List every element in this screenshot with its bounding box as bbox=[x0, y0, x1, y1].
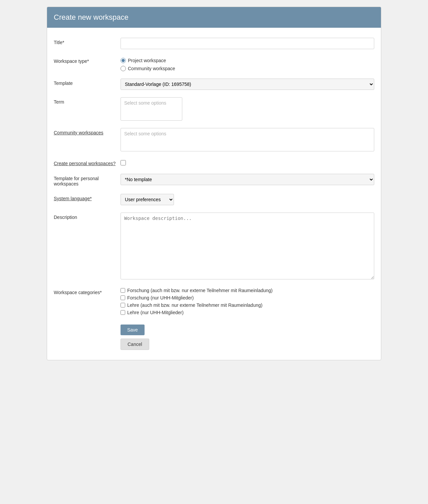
cancel-button[interactable]: Cancel bbox=[121, 339, 149, 350]
create-personal-row: Create personal workspaces? bbox=[54, 159, 374, 166]
term-label: Term bbox=[54, 97, 121, 105]
create-personal-checkbox[interactable] bbox=[121, 160, 126, 165]
template-control: Standard-Vorlage (ID: 1695758) bbox=[121, 79, 374, 90]
category-lehre-uhh-label: Lehre (nur UHH-Mitglieder) bbox=[127, 310, 184, 315]
community-workspaces-multiselect[interactable]: Select some options bbox=[121, 128, 374, 151]
community-workspaces-row: Community workspaces Select some options bbox=[54, 128, 374, 151]
radio-community[interactable]: Community workspace bbox=[121, 66, 374, 71]
radio-community-input[interactable] bbox=[121, 66, 126, 71]
template-personal-control: *No template bbox=[121, 174, 374, 185]
description-row: Description bbox=[54, 213, 374, 280]
category-forschung-extern-checkbox[interactable] bbox=[121, 288, 125, 293]
form-body: Title* Workspace type* Project workspace… bbox=[47, 28, 381, 360]
category-forschung-uhh-checkbox[interactable] bbox=[121, 295, 125, 300]
category-lehre-extern-label: Lehre (auch mit bzw. nur externe Teilneh… bbox=[127, 302, 262, 308]
template-personal-row: Template for personal workspaces *No tem… bbox=[54, 174, 374, 186]
page-header: Create new workspace bbox=[47, 7, 381, 28]
create-personal-label[interactable]: Create personal workspaces? bbox=[54, 159, 121, 166]
workspace-categories-label: Workspace categories* bbox=[54, 288, 121, 295]
buttons-row: Save Cancel bbox=[121, 325, 374, 350]
page-title: Create new workspace bbox=[54, 13, 129, 21]
page-container: Create new workspace Title* Workspace ty… bbox=[47, 7, 381, 360]
workspace-type-control: Project workspace Community workspace bbox=[121, 56, 374, 71]
category-forschung-extern-label: Forschung (auch mit bzw. nur externe Tei… bbox=[127, 288, 273, 293]
title-control bbox=[121, 38, 374, 49]
template-row: Template Standard-Vorlage (ID: 1695758) bbox=[54, 79, 374, 90]
template-label: Template bbox=[54, 79, 121, 86]
term-multiselect[interactable]: Select some options bbox=[121, 97, 182, 121]
title-label: Title* bbox=[54, 38, 121, 45]
radio-community-label: Community workspace bbox=[128, 66, 175, 71]
description-label: Description bbox=[54, 213, 121, 220]
system-language-label[interactable]: System language* bbox=[54, 194, 121, 201]
description-textarea[interactable] bbox=[121, 213, 374, 279]
template-select[interactable]: Standard-Vorlage (ID: 1695758) bbox=[121, 79, 374, 90]
create-personal-control bbox=[121, 159, 374, 166]
workspace-categories-row: Workspace categories* Forschung (auch mi… bbox=[54, 288, 374, 317]
category-forschung-extern: Forschung (auch mit bzw. nur externe Tei… bbox=[121, 288, 374, 293]
title-input[interactable] bbox=[121, 38, 374, 49]
template-personal-label: Template for personal workspaces bbox=[54, 174, 121, 186]
community-workspaces-placeholder: Select some options bbox=[124, 131, 166, 136]
radio-project-input[interactable] bbox=[121, 58, 126, 63]
term-control: Select some options bbox=[121, 97, 374, 121]
term-placeholder: Select some options bbox=[124, 100, 166, 106]
system-language-row: System language* User preferences bbox=[54, 194, 374, 205]
category-forschung-uhh-label: Forschung (nur UHH-Mitglieder) bbox=[127, 295, 194, 300]
title-row: Title* bbox=[54, 38, 374, 49]
system-language-control: User preferences bbox=[121, 194, 374, 205]
description-control bbox=[121, 213, 374, 280]
system-language-select[interactable]: User preferences bbox=[121, 194, 174, 205]
category-lehre-uhh: Lehre (nur UHH-Mitglieder) bbox=[121, 310, 374, 315]
workspace-categories-control: Forschung (auch mit bzw. nur externe Tei… bbox=[121, 288, 374, 317]
radio-project[interactable]: Project workspace bbox=[121, 58, 374, 63]
category-lehre-extern-checkbox[interactable] bbox=[121, 303, 125, 307]
template-personal-select[interactable]: *No template bbox=[121, 174, 374, 185]
community-workspaces-control: Select some options bbox=[121, 128, 374, 151]
category-lehre-uhh-checkbox[interactable] bbox=[121, 310, 125, 315]
category-lehre-extern: Lehre (auch mit bzw. nur externe Teilneh… bbox=[121, 302, 374, 308]
community-workspaces-label[interactable]: Community workspaces bbox=[54, 128, 121, 135]
radio-project-label: Project workspace bbox=[128, 58, 166, 63]
category-forschung-uhh: Forschung (nur UHH-Mitglieder) bbox=[121, 295, 374, 300]
save-button[interactable]: Save bbox=[121, 325, 145, 335]
workspace-type-label: Workspace type* bbox=[54, 56, 121, 64]
term-row: Term Select some options bbox=[54, 97, 374, 121]
workspace-type-row: Workspace type* Project workspace Commun… bbox=[54, 56, 374, 71]
